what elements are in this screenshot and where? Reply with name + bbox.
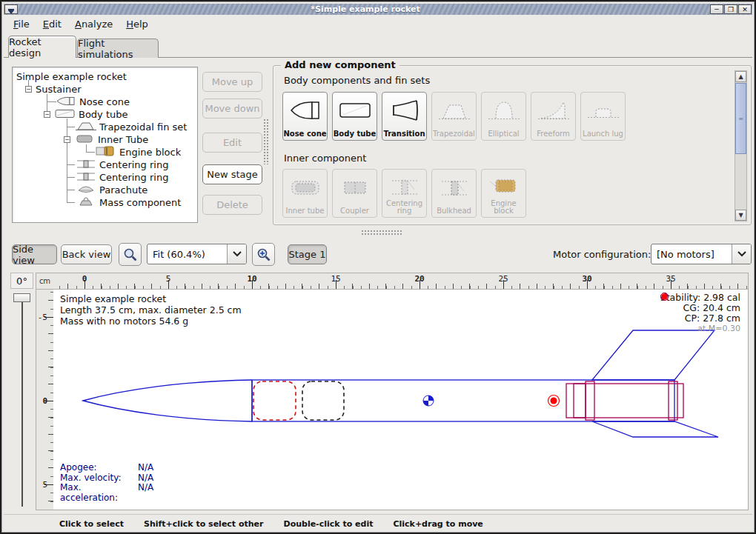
- parachute-shape[interactable]: [253, 381, 296, 420]
- vertical-splitter-grip[interactable]: [263, 119, 269, 164]
- fin-top-shape[interactable]: [592, 330, 714, 380]
- tree-item-mass-component[interactable]: Mass component: [76, 196, 181, 209]
- centering-ring-front-shape[interactable]: [586, 381, 594, 420]
- launch-lug-icon: [581, 97, 625, 124]
- trapezoidal-fin-icon: [432, 97, 476, 124]
- inner-tube-shape[interactable]: [566, 384, 683, 418]
- tree-item-engine-block[interactable]: Engine block: [96, 146, 181, 158]
- add-nose-cone-button[interactable]: Nose cone: [282, 92, 328, 141]
- add-bulkhead-button[interactable]: Bulkhead: [431, 169, 477, 218]
- move-up-button[interactable]: Move up: [202, 72, 262, 92]
- hint-drag: Click+drag to move: [393, 519, 483, 529]
- add-elliptical-fin-button[interactable]: Elliptical: [481, 92, 526, 141]
- chevron-down-icon[interactable]: [732, 244, 751, 264]
- rotation-slider-handle[interactable]: [13, 293, 30, 302]
- horizontal-ruler: 0 5 10 15 20 25 30 35: [53, 273, 749, 290]
- tree-item-rocket[interactable]: Simple example rocket: [16, 70, 127, 83]
- menu-help[interactable]: Help: [119, 16, 155, 32]
- delete-button[interactable]: Delete: [202, 195, 262, 215]
- tree-item-sustainer[interactable]: Sustainer: [36, 83, 82, 96]
- move-down-button[interactable]: Move down: [202, 99, 262, 119]
- tree-line: [86, 152, 95, 153]
- menu-edit[interactable]: Edit: [36, 16, 68, 32]
- scroll-up-icon[interactable]: ▲: [735, 71, 746, 82]
- tree-item-centering-ring-2[interactable]: Centering ring: [76, 171, 168, 184]
- tree-line: [67, 202, 75, 203]
- chevron-down-icon[interactable]: [227, 244, 246, 264]
- splitter-grip[interactable]: [361, 230, 402, 235]
- centering-ring-rear-shape[interactable]: [669, 381, 677, 420]
- coupler-icon: [333, 174, 377, 201]
- add-launch-lug-button[interactable]: Launch lug: [580, 92, 626, 141]
- new-stage-button[interactable]: New stage: [202, 164, 262, 184]
- stage-1-toggle[interactable]: Stage 1: [288, 244, 327, 264]
- tree-item-parachute[interactable]: Parachute: [76, 184, 147, 196]
- back-view-button[interactable]: Back view: [61, 244, 112, 264]
- add-component-group: Add new component Body components and fi…: [273, 65, 752, 225]
- hint-shift-click: Shift+click to select other: [144, 519, 264, 529]
- magnifier-plus-icon: [256, 247, 271, 262]
- add-trapezoidal-fin-button[interactable]: Trapezoidal: [431, 92, 477, 141]
- side-view-button[interactable]: Side view: [12, 244, 57, 264]
- tree-item-nose-cone[interactable]: Nose cone: [56, 96, 130, 108]
- expander-inner-tube[interactable]: −: [64, 136, 70, 143]
- expander-body-tube[interactable]: −: [44, 111, 50, 118]
- tree-line: [67, 127, 75, 127]
- minimize-button[interactable]: ─: [710, 4, 723, 14]
- body-tube-shape[interactable]: [252, 380, 674, 421]
- nose-cone-shape[interactable]: [83, 380, 252, 421]
- elliptical-fin-icon: [482, 97, 525, 124]
- inner-components-outline[interactable]: [566, 381, 683, 420]
- motor-config-select[interactable]: [No motors]: [651, 244, 752, 264]
- add-freeform-fin-button[interactable]: Freeform: [531, 92, 576, 141]
- rotation-slider-track[interactable]: [21, 295, 23, 507]
- mass-component-shape[interactable]: [302, 381, 344, 420]
- component-scrollbar[interactable]: ▲ ≡ ▼: [735, 70, 747, 221]
- menu-file[interactable]: File: [7, 16, 36, 32]
- zoom-in-button[interactable]: [252, 243, 275, 266]
- freeform-fin-icon: [531, 97, 575, 124]
- rocket-figure-canvas[interactable]: Simple example rocket Length 37.5 cm, ma…: [53, 290, 749, 510]
- add-engine-block-button[interactable]: Engine block: [481, 169, 526, 218]
- add-transition-button[interactable]: Transition: [382, 92, 427, 141]
- tree-item-centering-ring-1[interactable]: Centering ring: [76, 158, 168, 171]
- scroll-down-icon[interactable]: ▼: [735, 210, 746, 221]
- motor-config-label: Motor configuration:: [553, 249, 651, 260]
- status-bar: Click to select Shift+click to select ot…: [4, 514, 752, 533]
- window-menu-button[interactable]: [4, 4, 18, 14]
- mach-condition: at M=0.30: [660, 324, 740, 334]
- engine-block-shape[interactable]: [574, 384, 586, 418]
- horizontal-splitter[interactable]: [4, 227, 752, 237]
- add-inner-tube-button[interactable]: Inner tube: [282, 169, 328, 218]
- add-coupler-button[interactable]: Coupler: [332, 169, 377, 218]
- expander-sustainer[interactable]: −: [25, 86, 32, 93]
- centering-ring-icon: [76, 159, 96, 171]
- tree-item-body-tube[interactable]: Body tube: [55, 108, 128, 121]
- title-bar: *Simple example rocket ─ ❐ ✕: [4, 4, 752, 15]
- body-section-label: Body components and fin sets: [284, 75, 430, 86]
- scrollbar-thumb[interactable]: ≡: [735, 83, 746, 154]
- hint-double-click: Double-click to edit: [284, 519, 374, 529]
- zoom-select[interactable]: Fit (60.4%): [147, 244, 247, 264]
- close-button[interactable]: ✕: [738, 4, 752, 14]
- cp-line: CP: 27.8 cm: [660, 313, 740, 324]
- add-body-tube-button[interactable]: Body tube: [332, 92, 377, 141]
- rocket-info-text: Simple example rocket Length 37.5 cm, ma…: [60, 293, 242, 327]
- cg-marker: [423, 396, 434, 406]
- window-title: *Simple example rocket: [21, 4, 710, 15]
- zoom-out-button[interactable]: [119, 243, 142, 266]
- tree-item-inner-tube[interactable]: Inner Tube: [76, 133, 148, 146]
- tab-flight-simulations[interactable]: Flight simulations: [77, 39, 159, 58]
- add-centering-ring-button[interactable]: Centering ring: [382, 169, 427, 218]
- rotation-angle-field[interactable]: 0°: [10, 273, 33, 289]
- menu-bar: File Edit Analyze Help: [4, 15, 752, 33]
- tab-rocket-design[interactable]: Rocket design: [8, 36, 76, 58]
- maximize-button[interactable]: ❐: [724, 4, 737, 14]
- edit-button[interactable]: Edit: [202, 133, 262, 153]
- menu-analyze[interactable]: Analyze: [68, 16, 119, 32]
- motor-config-value: [No motors]: [651, 249, 732, 260]
- flight-data-summary: Apogee:N/A Max. velocity:N/A Max. accele…: [60, 463, 153, 503]
- fin-bottom-shape[interactable]: [592, 421, 718, 437]
- rocket-name: Simple example rocket: [60, 293, 242, 304]
- tree-item-trapezoidal-fin-set[interactable]: Trapezoidal fin set: [76, 121, 187, 133]
